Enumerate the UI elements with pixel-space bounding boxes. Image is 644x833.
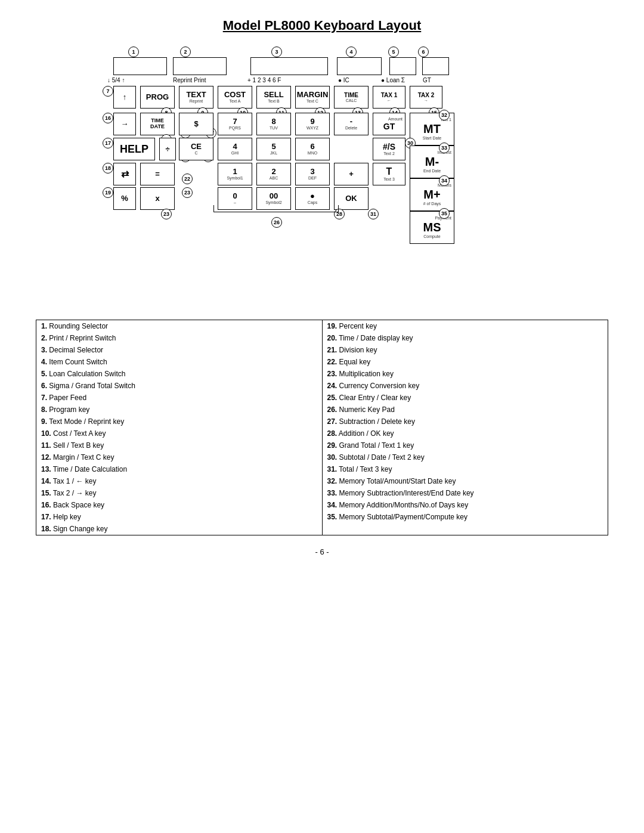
label-6: 6 [418, 47, 429, 57]
bank1-label: ↓ 5/4 ↑ [107, 77, 125, 83]
key-3[interactable]: 3 DEF [295, 163, 330, 185]
label-1: 1 [128, 47, 139, 57]
label-22: 22 [182, 174, 193, 184]
key-9[interactable]: 9 WXYZ [295, 113, 330, 135]
label-35: 35 [439, 208, 450, 219]
key-6[interactable]: 6 MNO [295, 138, 330, 160]
key-time-date[interactable]: TIMEDATE [140, 113, 175, 135]
bank5-label: ● Loan Σ [381, 77, 405, 83]
key-dollar[interactable]: $ [179, 113, 213, 135]
bank-5 [389, 57, 416, 75]
key-plus[interactable]: + [334, 163, 369, 185]
bank6-label: GT [423, 77, 431, 83]
key-tax1[interactable]: TAX 1 ← [373, 86, 405, 109]
page-title: Model PL8000 Keyboard Layout [36, 18, 608, 33]
bank-3 [250, 57, 328, 75]
key-multiply[interactable]: x [140, 187, 175, 210]
key-5[interactable]: 5 JKL [256, 138, 291, 160]
label-7: 7 [103, 86, 113, 97]
label-4: 4 [346, 47, 357, 57]
label-2: 2 [180, 47, 191, 57]
label-23: 23 [182, 187, 193, 198]
label-31: 31 [368, 209, 379, 219]
key-2[interactable]: 2 ABC [256, 163, 291, 185]
key-ce[interactable]: CE C [179, 138, 213, 160]
keyboard-layout: 1 2 3 4 5 6 ↓ 5/4 ↑ Reprint Print + 1 2 … [36, 45, 608, 302]
bank-6 [422, 57, 449, 75]
key-margin[interactable]: MARGIN Text C [295, 86, 330, 109]
label-5: 5 [388, 47, 399, 57]
key-percent[interactable]: % [113, 187, 136, 210]
label-3: 3 [271, 47, 282, 57]
bank2-label: Reprint Print [173, 77, 206, 83]
key-cost[interactable]: COST Text A [218, 86, 252, 109]
label-18: 18 [103, 163, 113, 174]
key-tax2[interactable]: TAX 2 → [410, 86, 442, 109]
bank-2 [173, 57, 227, 75]
bank4-label: ● IC [338, 77, 349, 83]
key-1[interactable]: 1 Symbol1 [218, 163, 252, 185]
label-17: 17 [103, 138, 113, 148]
key-time-calc[interactable]: TIME CALC [334, 86, 369, 109]
key-backspace[interactable]: → [113, 113, 136, 135]
page-number: - 6 - [36, 547, 608, 556]
bank-1 [113, 57, 167, 75]
key-sign-change[interactable]: ⇄ [113, 163, 136, 185]
key-ok[interactable]: OK [334, 187, 369, 210]
label-33: 33 [439, 143, 450, 153]
legend-table: 1. Rounding Selector19. Percent key2. Pr… [36, 320, 608, 535]
key-hash-s[interactable]: #/S Text 2 [373, 138, 405, 160]
label-34: 34 [439, 175, 450, 186]
key-gt[interactable]: Amount GT [373, 113, 405, 135]
label-16: 16 [103, 113, 113, 123]
label-32: 32 [439, 110, 450, 120]
key-sell[interactable]: SELL Text B [256, 86, 291, 109]
key-divide[interactable]: ÷ [159, 138, 176, 160]
key-8[interactable]: 8 TUV [256, 113, 291, 135]
key-t-text3[interactable]: T Text 3 [373, 163, 405, 185]
label-23b: 23 [161, 209, 172, 219]
key-text-reprint[interactable]: TEXT Reprint [179, 86, 213, 109]
numpad-bracket [213, 205, 339, 212]
key-arrow-up[interactable]: ↑ [113, 86, 136, 109]
label-19: 19 [103, 187, 113, 198]
key-prog[interactable]: PROG [140, 86, 175, 109]
bank-4 [337, 57, 382, 75]
label-26: 26 [271, 217, 282, 228]
key-help[interactable]: HELP [113, 138, 155, 160]
bank3-label: + 1 2 3 4 6 F [247, 77, 281, 83]
key-equals[interactable]: = [140, 163, 175, 185]
key-4[interactable]: 4 GHI [218, 138, 252, 160]
key-7[interactable]: 7 PQRS [218, 113, 252, 135]
key-delete[interactable]: - Delete [334, 113, 369, 135]
